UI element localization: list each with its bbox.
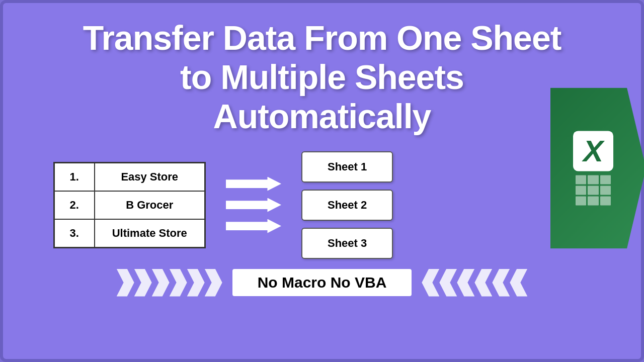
chevron-right-1 [422, 269, 439, 297]
arrow-shape-3 [226, 219, 281, 233]
grid-cell [600, 175, 611, 184]
store-name-2: B Grocer [95, 191, 205, 219]
store-name-1: Easy Store [95, 162, 205, 191]
row-number-3: 3. [54, 219, 95, 248]
excel-grid [576, 175, 611, 205]
grid-cell [588, 186, 598, 195]
left-chevrons [117, 269, 222, 297]
chevron-left-5 [187, 269, 205, 297]
excel-logo-container: X [550, 87, 644, 248]
store-name-3: Ultimate Store [95, 219, 205, 248]
grid-cell [576, 186, 586, 195]
title-line3: Automatically [213, 97, 431, 135]
grid-cell [588, 175, 598, 184]
row-number-2: 2. [54, 191, 95, 219]
grid-cell [588, 196, 598, 205]
arrow-shape-1 [226, 177, 281, 191]
grid-cell [576, 196, 586, 205]
bottom-banner: No Macro No VBA [23, 266, 621, 299]
sheet-box-2: Sheet 2 [301, 190, 393, 221]
chevron-left-6 [205, 269, 222, 297]
arrows-section [226, 177, 281, 233]
chevron-left-4 [170, 269, 187, 297]
chevron-left-2 [134, 269, 152, 297]
chevron-left-1 [117, 269, 134, 297]
bottom-text: No Macro No VBA [258, 274, 387, 291]
excel-letter: X [573, 131, 613, 171]
store-table: 1. Easy Store 2. B Grocer 3. Ultimate St… [53, 162, 206, 248]
excel-icon-inner: X [573, 131, 613, 205]
title-line1: Transfer Data From One Sheet [83, 19, 561, 57]
chevron-right-5 [492, 269, 510, 297]
chevron-left-3 [152, 269, 170, 297]
arrow-3 [226, 219, 281, 233]
arrow-2 [226, 198, 281, 212]
main-title: Transfer Data From One Sheet to Multiple… [83, 18, 561, 136]
row-number-1: 1. [54, 162, 95, 191]
title-line2: to Multiple Sheets [180, 58, 464, 96]
chevron-right-2 [439, 269, 457, 297]
grid-cell [576, 175, 586, 184]
arrow-shape-2 [226, 198, 281, 212]
right-chevrons [422, 269, 527, 297]
chevron-right-4 [474, 269, 492, 297]
bottom-text-box: No Macro No VBA [232, 269, 412, 296]
grid-cell [600, 196, 611, 205]
arrow-1 [226, 177, 281, 191]
table-row: 3. Ultimate Store [54, 219, 205, 248]
sheet-box-3: Sheet 3 [301, 228, 393, 259]
chevron-right-3 [457, 269, 474, 297]
sheets-section: Sheet 1 Sheet 2 Sheet 3 [301, 151, 393, 259]
table-row: 2. B Grocer [54, 191, 205, 219]
grid-cell [600, 186, 611, 195]
main-container: Transfer Data From One Sheet to Multiple… [0, 0, 644, 362]
excel-chevron-bg: X [550, 87, 644, 248]
table-row: 1. Easy Store [54, 162, 205, 191]
sheet-box-1: Sheet 1 [301, 151, 393, 183]
content-row: 1. Easy Store 2. B Grocer 3. Ultimate St… [23, 151, 621, 259]
chevron-right-6 [510, 269, 527, 297]
